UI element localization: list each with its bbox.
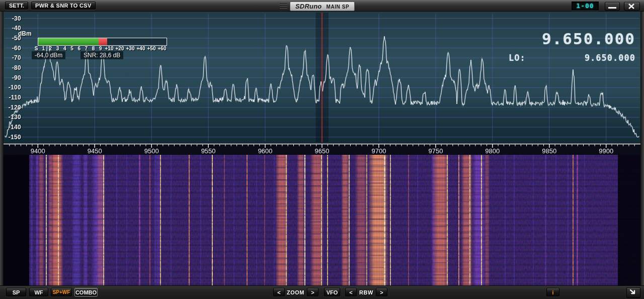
s-meter-scale-label: 3 — [56, 46, 59, 51]
s-meter-scale-label: 4 — [63, 46, 66, 51]
dbm-tick-label: -50 — [3, 35, 21, 42]
svg-text:9500: 9500 — [144, 147, 159, 155]
minimize-icon — [608, 7, 616, 9]
s-meter-scale-label: +30 — [126, 46, 135, 51]
rbw-up-button[interactable]: > — [376, 288, 387, 296]
pwr-snr-to-csv-button[interactable]: PWR & SNR TO CSV — [31, 2, 96, 10]
dbm-tick-label: -120 — [3, 104, 21, 111]
close-icon — [624, 3, 638, 10]
waterfall-display[interactable] — [0, 155, 644, 285]
s-meter-scale-label: 6 — [77, 46, 80, 51]
snr-readout: SNR: 28,6 dB — [80, 51, 123, 59]
svg-text:9650: 9650 — [315, 147, 330, 155]
s-meter-scale-label: 1 — [42, 46, 45, 51]
s-meter-scale-label: 5 — [70, 46, 73, 51]
rbw-label: RBW — [359, 289, 373, 295]
resize-button[interactable] — [626, 287, 640, 298]
lo-label: LO: — [509, 53, 526, 63]
s-meter-scale-label: 7 — [85, 46, 88, 51]
window-frame-right — [640, 12, 644, 285]
dbm-tick-label: -40 — [3, 25, 21, 32]
s-meter-scale-label: +60 — [158, 46, 167, 51]
svg-text:9450: 9450 — [88, 147, 102, 155]
vfo-button[interactable]: VFO — [324, 288, 340, 296]
lo-value: 9.650.000 — [585, 53, 635, 63]
tuned-frequency-display: 9.650.000 — [542, 30, 635, 48]
sp-mode-button[interactable]: SP — [6, 288, 26, 296]
frequency-axis: 9400945095009550960096509700975098009850… — [0, 143, 644, 155]
s-meter-scale-label: S — [35, 46, 38, 51]
dbm-tick-label: -130 — [3, 114, 21, 121]
dbm-tick-label: -80 — [3, 64, 21, 71]
s-meter-scale-label: +50 — [147, 46, 156, 51]
dbm-tick-label: -90 — [3, 74, 21, 81]
s-meter-scale-label: 8 — [92, 46, 95, 51]
s-meter — [38, 38, 167, 46]
s-meter-scale-label: +10 — [105, 46, 114, 51]
combo-mode-button[interactable]: COMBO — [74, 288, 98, 296]
wf-mode-button[interactable]: WF — [29, 288, 48, 296]
dbm-tick-label: -30 — [3, 15, 21, 22]
spectrum-display[interactable]: dBm -30-40-50-60-70-80-90-100-110-120-13… — [0, 12, 644, 143]
dbm-tick-label: -70 — [3, 54, 21, 61]
clock-display: 1-00 — [572, 2, 599, 11]
svg-text:9400: 9400 — [31, 147, 45, 155]
dbm-tick-label: -100 — [3, 84, 21, 91]
zoom-out-button[interactable]: < — [273, 288, 285, 296]
svg-text:9600: 9600 — [258, 147, 273, 155]
settings-button[interactable]: SETT. — [5, 2, 28, 10]
sp-wf-mode-button[interactable]: SP+WF — [51, 288, 72, 296]
s-meter-scale-label: +40 — [137, 46, 145, 51]
bottom-toolbar: SP WF SP+WF COMBO < ZOOM > VFO < RBW > i — [0, 285, 644, 299]
dbm-tick-label: -150 — [3, 134, 21, 141]
dbm-tick-label: -140 — [3, 124, 21, 131]
svg-text:9850: 9850 — [542, 147, 556, 155]
waterfall-right-margin — [618, 155, 640, 285]
minimize-button[interactable] — [605, 2, 620, 11]
sdruno-main-sp-window: SETT. PWR & SNR TO CSV SDRunoMAIN SP 1-0… — [0, 0, 644, 299]
svg-text:9750: 9750 — [428, 147, 443, 155]
power-readout: -64,0 dBm — [32, 51, 65, 59]
s-meter-green-segment — [38, 38, 99, 45]
svg-text:9900: 9900 — [599, 147, 613, 155]
dbm-tick-label: -110 — [3, 94, 21, 101]
s-meter-scale-label: 9 — [99, 46, 102, 51]
app-name: SDRuno — [295, 3, 321, 10]
title-grip-icon — [280, 4, 287, 9]
window-title: SDRunoMAIN SP — [290, 2, 355, 11]
svg-text:9550: 9550 — [201, 147, 216, 155]
resize-arrow-icon — [627, 288, 639, 296]
s-meter-scale-label: +20 — [116, 46, 124, 51]
waterfall-left-margin — [4, 155, 29, 285]
waterfall-scanlines — [0, 155, 644, 285]
rbw-down-button[interactable]: < — [345, 288, 357, 296]
zoom-in-button[interactable]: > — [307, 288, 318, 296]
panel-name: MAIN SP — [326, 4, 349, 10]
s-meter-red-segment — [99, 38, 107, 45]
title-bar[interactable]: SETT. PWR & SNR TO CSV SDRunoMAIN SP 1-0… — [0, 0, 644, 12]
dbm-tick-label: -60 — [3, 45, 21, 52]
svg-text:9800: 9800 — [485, 147, 500, 155]
close-button[interactable] — [624, 2, 640, 11]
window-frame-left — [0, 12, 4, 285]
svg-text:9700: 9700 — [371, 147, 386, 155]
zoom-label: ZOOM — [287, 289, 304, 295]
s-meter-scale-label: 2 — [49, 46, 52, 51]
info-button[interactable]: i — [546, 288, 559, 296]
lo-frequency-row: LO: 9.650.000 — [509, 53, 635, 63]
